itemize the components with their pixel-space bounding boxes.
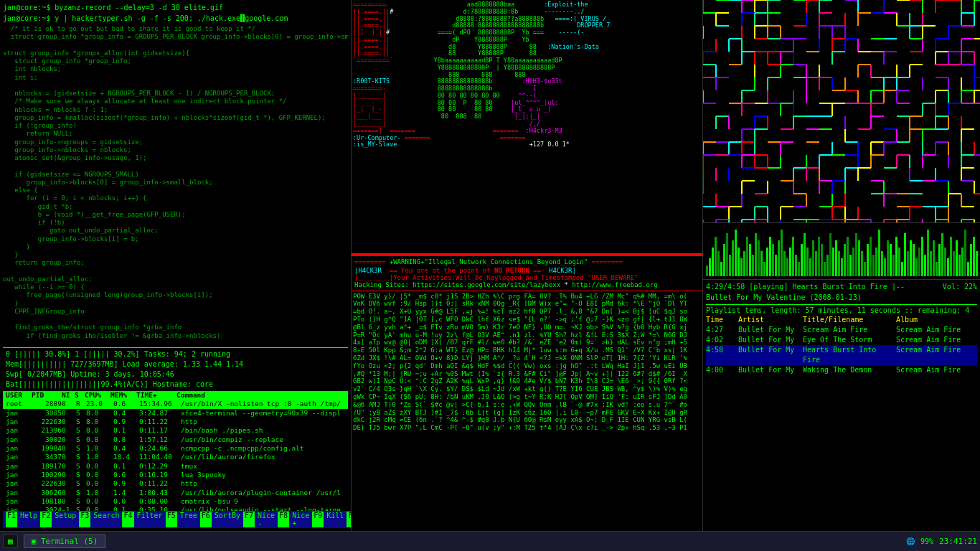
prompt-2: jan@core:~$ <box>3 14 55 22</box>
waveform-bar <box>870 237 872 276</box>
keylog-line: |________|Your Activities:Will_Be_Keylog… <box>354 274 699 281</box>
waveform-bar <box>913 244 915 276</box>
waveform-bar <box>829 233 831 276</box>
prompt-1: jan@core:~$ <box>3 4 55 11</box>
waveform-bar <box>872 255 875 276</box>
waveform-bar <box>815 251 817 276</box>
f7-key[interactable]: F7 <box>243 512 255 527</box>
col-cpu: CPU% <box>85 391 110 400</box>
waveform-bar <box>961 248 963 276</box>
table-row: jan 10818 0 S 0.0 0.0 0:08.00 cmatrix -b… <box>3 497 348 506</box>
waveform-bar <box>717 251 720 276</box>
waveform-bar <box>953 251 955 276</box>
list-item[interactable]: 4:27Bullet For MyScream Aim FireScream A… <box>706 325 977 335</box>
music-player[interactable]: 4:29/4:58 [playing] Hearts Burst Into Fi… <box>703 280 980 531</box>
taskbar-system-tray: 🌐 99% 23:41:21 <box>906 537 977 546</box>
waveform-bar <box>901 262 903 276</box>
f5-label: Tree <box>180 512 197 527</box>
col-time-header: Time <box>706 316 738 324</box>
maze-canvas <box>703 0 980 222</box>
middle-hacker-panel: =========. aad8888888baa :Exploit-the ||… <box>352 0 703 531</box>
table-row: jan 18917 0 S 0.0 0.1 0:12.29 tmux <box>3 462 348 471</box>
waveform-bar <box>792 237 794 276</box>
waveform-bar <box>947 258 949 276</box>
start-button[interactable]: ▦ <box>3 534 18 548</box>
waveform-bar <box>720 262 722 276</box>
waveform-bar <box>907 251 909 276</box>
sites-line: Hacking Sites: https://sites.google.com/… <box>354 281 699 288</box>
f3-key[interactable]: F3 <box>79 512 90 527</box>
table-row: jan 19984 0 S 1.0 0.4 0:24.66 ncmpcpp -c… <box>3 444 348 453</box>
f9-label: Kill <box>326 512 344 527</box>
f4-label: Filter <box>137 512 163 527</box>
f6-key[interactable]: F6 <box>200 512 212 527</box>
f10-key[interactable]: F10 <box>347 512 352 527</box>
waveform-bar <box>864 262 866 276</box>
f4-key[interactable]: F4 <box>122 512 133 527</box>
waveform-bar <box>924 255 926 276</box>
waveform-bar <box>715 237 717 276</box>
waveform-bar <box>910 240 912 276</box>
waveform-bar <box>855 233 857 276</box>
table-row: root 2889 0 R 23.0 0.6 15:34.96 /usr/bin… <box>3 400 348 408</box>
matrix-char-area: POW E3V y}/ |5* _m$ c8* j1S 2B> HZh %\C … <box>352 291 702 531</box>
taskbar-terminal-app[interactable]: ▣ Terminal (5) <box>24 534 106 548</box>
f1-label: Help <box>20 512 37 527</box>
command-line-1: jan@core:~$ byzanz-record --delay=3 -d 3… <box>3 3 348 12</box>
list-item[interactable]: 4:02Bullet For MyEye Of The StormScream … <box>706 335 977 345</box>
f2-label: Setup <box>55 512 76 527</box>
waveform-bar <box>804 233 806 276</box>
f2-key[interactable]: F2 <box>40 512 52 527</box>
waveform-bar <box>738 248 740 276</box>
playing-status: [playing] <box>749 283 788 291</box>
process-list: USER PID NI S CPU% MEM% TIME+ Command ro… <box>3 391 348 511</box>
waveform-bar <box>921 237 923 276</box>
col-cmd: Command <box>176 391 345 400</box>
waveform-bar <box>898 248 900 276</box>
list-item[interactable]: 4:00Bullet For MyWaking The DemonScream … <box>706 365 977 375</box>
waveform-bar <box>832 248 834 276</box>
table-row: jan 3005 0 S 8.0 0.4 3:24.87 xfce4-termi… <box>3 409 348 418</box>
waveform-bar <box>826 255 829 276</box>
f1-key[interactable]: F1 <box>6 512 17 527</box>
volume-display: Vol: 22% <box>943 283 977 291</box>
f3-label: Search <box>93 512 119 527</box>
f9-key[interactable]: F9 <box>312 512 324 527</box>
f6-label: SortBy <box>215 512 240 527</box>
bottom-function-bar[interactable]: F1Help F2Setup F3Search F4Filter F5Tree … <box>3 511 348 528</box>
f8-key[interactable]: F8 <box>278 512 289 527</box>
waveform-bar <box>781 230 783 276</box>
waveform-bar <box>821 244 823 276</box>
now-playing-row: 4:29/4:58 [playing] Hearts Burst Into Fi… <box>706 283 977 291</box>
waveform-bar <box>706 265 708 276</box>
song-title-display: Hearts Burst Into Fire <box>792 283 887 291</box>
waveform-bar <box>841 258 843 276</box>
waveform-bar <box>875 248 877 276</box>
waveform-bar <box>824 262 826 276</box>
artist-album-line: Bullet For My Valentine (2008-01-23) <box>706 293 977 301</box>
waveform-bar <box>729 255 731 276</box>
taskbar[interactable]: ▦ ▣ Terminal (5) 🌐 99% 23:41:21 <box>0 531 980 551</box>
playlist-length: Playlist tems, length: 57 minutes, 11 se… <box>706 306 969 314</box>
col-pid: PID <box>32 391 62 400</box>
waveform-bar <box>772 244 774 276</box>
waveform-bar <box>746 237 748 276</box>
warning-line: ======== +WARNING+"Illegal_Network_Conne… <box>354 258 699 267</box>
list-item[interactable]: 4:58Bullet For MyHearts Burst Into FireS… <box>706 345 977 365</box>
waveform-bar <box>933 240 935 276</box>
waveform-bar <box>956 240 958 276</box>
waveform-bar <box>890 244 892 276</box>
waveform-bar <box>809 258 811 276</box>
system-stats: 0 [||||| 30.8%] 1 [||||| 30.2%] Tasks: 9… <box>3 347 348 391</box>
table-row: jan 10029 0 S 0.0 0.6 0:16.19 lua 3spook… <box>3 471 348 479</box>
artist-display: Bullet For My Valentine (2008-01-23) <box>706 293 862 301</box>
command-line-2: jan@core:~$ y | hackertyper.sh -g -f -s … <box>3 14 348 23</box>
process-rows: root 2889 0 R 23.0 0.6 15:34.96 /usr/bin… <box>3 400 348 511</box>
waveform-bar <box>760 251 763 276</box>
waveform-bar <box>895 237 897 276</box>
f5-key[interactable]: F5 <box>166 512 177 527</box>
waveform-bar <box>801 244 803 276</box>
waveform-bar <box>938 244 941 276</box>
col-mem: MEM% <box>110 391 136 400</box>
waveform-bar <box>950 237 952 276</box>
